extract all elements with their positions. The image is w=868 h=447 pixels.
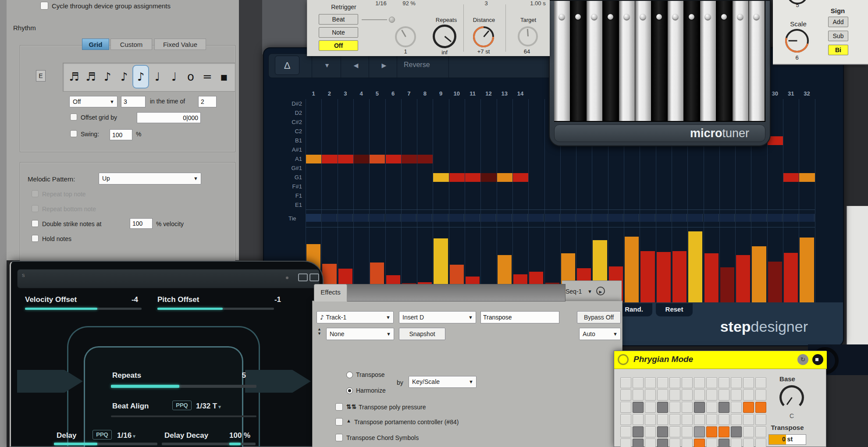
scale-cell[interactable] [669, 414, 680, 425]
note-value-button[interactable]: ♬ [66, 65, 82, 89]
portamento-checkbox[interactable] [335, 418, 343, 426]
pitch-offset-slider[interactable] [157, 308, 274, 310]
tab-grid[interactable]: Grid [82, 39, 109, 50]
sign-bi-button[interactable]: Bi [828, 45, 848, 55]
scale-cell[interactable] [706, 390, 717, 401]
scale-cell[interactable] [645, 439, 656, 447]
sign-sub-button[interactable]: Sub [828, 31, 848, 41]
piano-key-white[interactable] [635, 1, 651, 121]
beat-align-ppq-badge[interactable]: PPQ [172, 401, 192, 410]
scale-cell[interactable] [657, 390, 668, 401]
scale-cell[interactable] [633, 439, 644, 447]
effect-name-field[interactable] [480, 311, 559, 323]
save-icon[interactable] [812, 354, 823, 365]
scale-cell[interactable] [755, 390, 766, 401]
scale-cell[interactable] [743, 402, 754, 413]
scale-cell[interactable] [731, 426, 742, 437]
poly-pressure-checkbox[interactable] [335, 403, 343, 411]
scale-cell[interactable] [706, 377, 717, 388]
hold-notes-checkbox[interactable] [32, 235, 39, 242]
piano-key-white[interactable] [587, 1, 602, 121]
scale-cell[interactable] [620, 390, 631, 401]
tab-effects[interactable]: Effects [314, 284, 347, 302]
scale-cell[interactable] [645, 390, 656, 401]
reverse-button[interactable]: Reverse [404, 61, 430, 69]
cycle-checkbox[interactable] [40, 2, 48, 10]
time-value[interactable]: 1.00 s [525, 0, 551, 7]
scale-cell[interactable] [719, 439, 729, 447]
scale-cell[interactable] [743, 390, 754, 401]
piano-key-white[interactable] [554, 1, 570, 121]
scale-cell[interactable] [694, 377, 705, 388]
swing-checkbox[interactable] [70, 130, 77, 137]
scale-cell[interactable] [682, 390, 693, 401]
scale-cell[interactable] [669, 390, 680, 401]
scale-cell[interactable] [719, 402, 729, 413]
scale-cell[interactable] [694, 402, 705, 413]
scale-cell[interactable] [657, 402, 668, 413]
note-value-button[interactable]: ♩ [166, 65, 182, 89]
e-button[interactable]: E [36, 70, 46, 82]
target-knob[interactable] [518, 26, 538, 46]
scale-cell[interactable] [731, 439, 742, 447]
scale-cell[interactable] [682, 426, 693, 437]
repeat-top-note-checkbox[interactable] [32, 190, 39, 197]
scale-cell[interactable] [706, 402, 717, 413]
piano-key-black[interactable] [684, 1, 700, 121]
base-knob[interactable] [779, 385, 804, 410]
delay-decay-slider[interactable] [162, 443, 256, 445]
snapshot-button[interactable]: Snapshot [399, 328, 445, 340]
seq-selector[interactable]: Seq-1 [566, 288, 582, 295]
scale-cell[interactable] [731, 414, 742, 425]
scale-cell[interactable] [633, 402, 644, 413]
preset-dropdown[interactable]: None▼ [326, 328, 394, 340]
map-icon[interactable]: ↻ [797, 354, 808, 365]
beat-align-value[interactable]: 1/32 T ▾ [196, 402, 221, 411]
tab-fixed-value[interactable]: Fixed Value [154, 39, 206, 50]
piano-key-black[interactable] [651, 1, 667, 121]
delay-value[interactable]: 1/16 ▾ [117, 431, 135, 440]
shift-down-icon[interactable]: ▼ [320, 62, 334, 69]
transpose-radio[interactable] [346, 372, 353, 378]
swing-input[interactable] [110, 129, 132, 140]
note-value-button[interactable]: = [199, 65, 216, 89]
tuplet-of-input[interactable] [198, 96, 217, 107]
scale-cell[interactable] [657, 414, 668, 425]
retrigger-off-button[interactable]: Off [319, 40, 358, 51]
shift-right-icon[interactable]: ▶ [377, 62, 391, 69]
scale-cell[interactable] [706, 439, 717, 447]
preset-spinner[interactable]: ▲▼ [317, 327, 321, 336]
scale-cell[interactable] [669, 426, 680, 437]
scale-cell[interactable] [719, 414, 729, 425]
scale-cell[interactable] [682, 402, 693, 413]
piano-key-white[interactable] [700, 1, 716, 121]
note-value-button[interactable]: ▪ [216, 65, 232, 89]
scale-cell[interactable] [620, 426, 631, 437]
note-value-button[interactable]: ♪ [99, 65, 116, 89]
note-value-button[interactable]: ♬ [82, 65, 99, 89]
melodic-pattern-dropdown[interactable]: Up▼ [99, 173, 201, 184]
scale-cell[interactable] [620, 439, 631, 447]
scale-cell[interactable] [669, 377, 680, 388]
scale-knob[interactable] [785, 29, 809, 53]
gate-value[interactable]: 92 % [396, 0, 422, 7]
chance-knob[interactable] [395, 26, 416, 47]
scale-cell[interactable] [731, 390, 742, 401]
scale-cell[interactable] [719, 390, 729, 401]
play-circle-icon[interactable]: ▶ [596, 287, 605, 295]
transpose-value-box[interactable]: 0 st [768, 434, 806, 445]
offset-grid-input[interactable] [137, 112, 201, 123]
scale-cell[interactable] [682, 377, 693, 388]
variation-value[interactable]: 3 [477, 0, 495, 7]
piano-key-white[interactable] [749, 1, 765, 121]
note-value-button[interactable]: ♪ [132, 65, 149, 89]
scale-cell[interactable] [657, 426, 668, 437]
delay-slider[interactable] [54, 443, 157, 445]
scale-cell[interactable] [694, 390, 705, 401]
phrygian-title-bar[interactable]: Phrygian Mode ↻ [614, 351, 827, 369]
rate-value[interactable]: 1/16 [368, 0, 394, 7]
double-strike-input[interactable] [130, 218, 153, 229]
scale-cell[interactable] [694, 439, 705, 447]
shift-left-icon[interactable]: ◀ [349, 62, 363, 69]
piano-key-white[interactable] [733, 1, 748, 121]
